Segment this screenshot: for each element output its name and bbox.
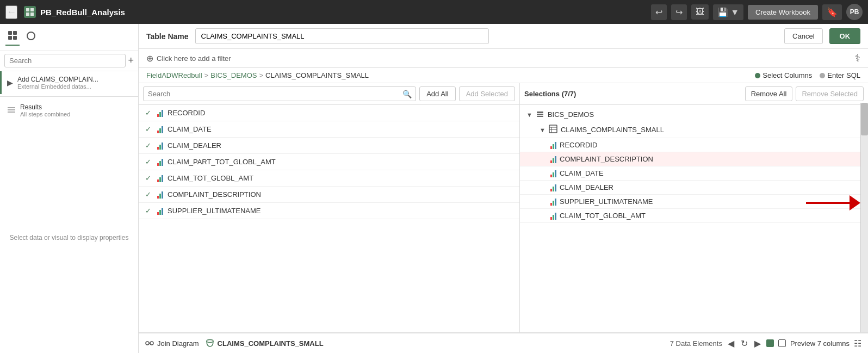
sidebar-search-row: +: [0, 51, 138, 71]
join-diagram-label: Join Diagram: [157, 339, 199, 348]
scrollbar[interactable]: [860, 103, 868, 332]
bottom-bar: Join Diagram CLAIMS_COMPLAINTS_SMALL 7 D…: [139, 332, 868, 353]
svg-rect-6: [8, 36, 12, 40]
field-name: CLAIM_TOT_GLOBL_AMT: [168, 174, 253, 182]
redo-button[interactable]: ↪: [671, 4, 687, 20]
preview-button[interactable]: Preview 7 columns: [790, 339, 850, 348]
field-search-input[interactable]: [143, 86, 416, 101]
tree-field-icon: [550, 156, 556, 163]
save-button[interactable]: 💾 ▼: [713, 4, 743, 20]
add-selected-button[interactable]: Add Selected: [459, 86, 515, 101]
bottom-left: Join Diagram CLAIMS_COMPLAINTS_SMALL: [145, 339, 324, 348]
tree-field-label: CLAIM_DEALER: [560, 183, 613, 191]
field-search-wrap: 🔍: [143, 86, 416, 101]
sidebar-item-claims[interactable]: ▶ Add CLAIMS_COMPLAIN... External Embedd…: [0, 71, 138, 94]
svg-rect-7: [13, 36, 17, 40]
svg-rect-2: [26, 13, 29, 16]
tree-field-label: CLAIM_TOT_GLOBL_AMT: [560, 212, 646, 220]
tree-field-icon: [550, 141, 556, 149]
svg-rect-0: [26, 8, 29, 11]
preview-button[interactable]: 🖼: [691, 4, 709, 20]
sidebar-divider: [0, 96, 138, 97]
cancel-button[interactable]: Cancel: [784, 28, 822, 44]
remove-selected-button[interactable]: Remove Selected: [796, 86, 864, 101]
tree-field-claim-dealer[interactable]: CLAIM_DEALER: [520, 181, 868, 195]
sidebar: + ▶ Add CLAIMS_COMPLAIN... External Embe…: [0, 24, 139, 353]
add-all-button[interactable]: Add All: [419, 86, 455, 101]
svg-rect-10: [8, 109, 15, 110]
field-row[interactable]: ✓ CLAIM_TOT_GLOBL_AMT: [139, 170, 519, 187]
join-diagram-button[interactable]: Join Diagram: [145, 339, 199, 348]
breadcrumb-part2[interactable]: BICS_DEMOS: [210, 71, 257, 79]
field-row[interactable]: ✓ CLAIM_DATE: [139, 121, 519, 138]
svg-rect-11: [8, 112, 15, 113]
back-button[interactable]: ←: [5, 5, 17, 19]
tree-node-bics-demos[interactable]: ▼ BICS_DEMOS: [520, 107, 868, 122]
bookmark-button[interactable]: 🔖: [822, 4, 842, 20]
select-columns-option[interactable]: Select Columns: [755, 71, 812, 79]
table-tab[interactable]: CLAIMS_COMPLAINTS_SMALL: [206, 339, 324, 348]
app-icon: [24, 6, 36, 18]
scrollbar-thumb[interactable]: [861, 103, 868, 135]
refresh-button[interactable]: ↻: [740, 337, 749, 350]
add-filter-button[interactable]: ⊕ Click here to add a filter: [146, 53, 231, 64]
tree-field-label: SUPPLIER_ULTIMATENAME: [560, 197, 653, 206]
field-row[interactable]: ✓ CLAIM_PART_TOT_GLOBL_AMT: [139, 154, 519, 170]
data-elements-count: 7 Data Elements: [670, 339, 722, 348]
field-row[interactable]: ✓ SUPPLIER_ULTIMATENAME: [139, 203, 519, 219]
table-name-label: Table Name: [146, 32, 189, 41]
enter-sql-option[interactable]: Enter SQL: [820, 71, 860, 79]
content-area: Table Name Cancel OK ⊕ Click here to add…: [139, 24, 868, 353]
filter-label: Click here to add a filter: [157, 54, 231, 63]
ok-button[interactable]: OK: [829, 28, 861, 44]
svg-rect-4: [8, 31, 12, 35]
field-name: CLAIM_PART_TOT_GLOBL_AMT: [168, 158, 276, 166]
svg-point-22: [207, 340, 213, 343]
prev-page-button[interactable]: ◀: [727, 337, 735, 350]
sidebar-search-input[interactable]: [4, 54, 126, 67]
sidebar-item-main: Add CLAIMS_COMPLAIN...: [17, 76, 98, 83]
sidebar-tab-data[interactable]: [5, 28, 20, 46]
svg-rect-3: [30, 13, 34, 16]
field-bar-icon: [157, 109, 163, 117]
tree-field-claim-date[interactable]: CLAIM_DATE: [520, 166, 868, 181]
right-buttons: Remove All Remove Selected: [745, 86, 864, 101]
sidebar-placeholder: Select data or visual to display propert…: [0, 122, 138, 353]
enter-sql-dot: [820, 73, 825, 78]
table-tab-label: CLAIMS_COMPLAINTS_SMALL: [218, 339, 324, 348]
select-columns-label: Select Columns: [762, 71, 812, 79]
field-row[interactable]: ✓ CLAIM_DEALER: [139, 138, 519, 154]
sidebar-tab-shapes[interactable]: [24, 28, 38, 46]
field-name: COMPLAINT_DESCRIPTION: [168, 190, 261, 199]
create-workbook-button[interactable]: Create Workbook: [748, 5, 818, 20]
remove-all-button[interactable]: Remove All: [745, 86, 793, 101]
tree-child-claims[interactable]: ▼ CLAIMS_COMPLAINTS_SMALL: [520, 122, 868, 138]
next-page-button[interactable]: ▶: [753, 337, 762, 350]
sidebar-add-button[interactable]: +: [128, 55, 134, 66]
undo-button[interactable]: ↩: [651, 4, 667, 20]
tree-field-recordid[interactable]: RECORDID: [520, 138, 868, 152]
breadcrumb-part1[interactable]: FieldADWRedbull: [146, 71, 202, 79]
left-panel: 🔍 Add All Add Selected ✓ RECORDID ✓: [139, 83, 520, 332]
app-title: PB_RedBull_Analysis: [40, 8, 647, 17]
svg-point-8: [27, 32, 35, 40]
sidebar-item2-main: Results: [20, 103, 70, 111]
tree-field-complaint-desc[interactable]: COMPLAINT_DESCRIPTION: [520, 152, 868, 166]
table-name-input[interactable]: [195, 28, 489, 44]
search-icon: 🔍: [402, 90, 412, 98]
main-layout: + ▶ Add CLAIMS_COMPLAIN... External Embe…: [0, 24, 868, 353]
field-row[interactable]: ✓ RECORDID: [139, 105, 519, 121]
field-name: RECORDID: [168, 109, 205, 117]
filter-icon[interactable]: ⚕: [855, 52, 860, 64]
sidebar-item-results[interactable]: Results All steps combined: [0, 99, 138, 122]
field-check-icon: ✓: [145, 174, 153, 182]
sidebar-icon-row: [0, 24, 138, 51]
field-row[interactable]: ✓ COMPLAINT_DESCRIPTION: [139, 187, 519, 203]
avatar[interactable]: PB: [846, 4, 863, 20]
svg-rect-12: [537, 112, 543, 113]
grid-icon[interactable]: ☷: [854, 338, 861, 349]
tree-field-claim-tot[interactable]: CLAIM_TOT_GLOBL_AMT: [520, 209, 868, 223]
svg-rect-5: [13, 31, 17, 35]
select-columns-dot: [755, 73, 760, 78]
field-bar-icon: [157, 142, 163, 150]
